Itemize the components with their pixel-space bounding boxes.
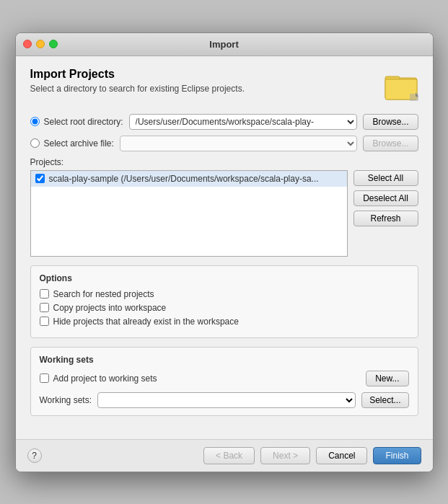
dialog-footer: ? < Back Next > Cancel Finish <box>16 439 433 472</box>
project-name: scala-play-sample (/Users/user/Documents… <box>49 174 319 184</box>
projects-buttons: Select All Deselect All Refresh <box>353 170 418 257</box>
new-working-set-button[interactable]: New... <box>366 371 408 386</box>
hide-existing-label: Hide projects that already exist in the … <box>53 317 239 327</box>
finish-button[interactable]: Finish <box>373 447 421 464</box>
hide-existing-row: Hide projects that already exist in the … <box>40 317 409 327</box>
footer-buttons: < Back Next > Cancel Finish <box>203 447 421 464</box>
dialog-heading: Import Projects <box>30 68 245 81</box>
dialog-title: Import <box>209 39 238 50</box>
add-to-working-sets-row: Add project to working sets New... <box>40 371 409 386</box>
traffic-lights <box>23 40 58 48</box>
refresh-button[interactable]: Refresh <box>353 211 418 226</box>
projects-list[interactable]: scala-play-sample (/Users/user/Documents… <box>30 170 348 257</box>
working-sets-section: Working sets Add project to working sets… <box>30 347 418 416</box>
header-text: Import Projects Select a directory to se… <box>30 68 245 94</box>
next-button[interactable]: Next > <box>260 447 310 464</box>
project-checkbox[interactable] <box>35 174 45 183</box>
import-dialog: Import Import Projects Select a director… <box>15 32 434 472</box>
hide-existing-checkbox[interactable] <box>40 317 49 326</box>
archive-file-radio[interactable] <box>30 138 40 148</box>
close-button[interactable] <box>23 40 32 48</box>
back-button[interactable]: < Back <box>203 447 255 464</box>
copy-projects-checkbox[interactable] <box>40 303 49 312</box>
select-working-set-button[interactable]: Select... <box>361 392 408 408</box>
search-nested-row: Search for nested projects <box>40 289 409 299</box>
deselect-all-button[interactable]: Deselect All <box>353 190 418 206</box>
folder-icon <box>384 68 418 102</box>
cancel-button[interactable]: Cancel <box>316 447 367 464</box>
maximize-button[interactable] <box>49 40 58 48</box>
archive-file-dropdown[interactable] <box>120 136 358 151</box>
root-directory-label: Select root directory: <box>44 117 123 127</box>
add-to-working-sets-label: Add project to working sets <box>53 373 366 384</box>
list-item[interactable]: scala-play-sample (/Users/user/Documents… <box>31 171 347 187</box>
projects-label: Projects: <box>30 157 418 167</box>
select-all-button[interactable]: Select All <box>353 170 418 186</box>
root-directory-row: Select root directory: /Users/user/Docum… <box>30 114 418 130</box>
options-title: Options <box>40 273 409 283</box>
dialog-subtitle: Select a directory to search for existin… <box>30 84 245 94</box>
working-sets-label: Working sets: <box>40 395 92 405</box>
add-to-working-sets-checkbox[interactable] <box>40 373 49 383</box>
copy-projects-row: Copy projects into workspace <box>40 303 409 313</box>
copy-projects-label: Copy projects into workspace <box>53 303 167 313</box>
archive-file-browse-button[interactable]: Browse... <box>363 136 418 151</box>
root-directory-browse-button[interactable]: Browse... <box>363 114 418 130</box>
title-bar: Import <box>16 33 433 56</box>
search-nested-checkbox[interactable] <box>40 289 49 299</box>
footer-left: ? <box>27 448 42 463</box>
archive-file-row: Select archive file: Browse... <box>30 136 418 151</box>
archive-file-label: Select archive file: <box>44 138 114 149</box>
header-section: Import Projects Select a directory to se… <box>30 68 418 102</box>
root-directory-radio[interactable] <box>30 117 40 126</box>
root-directory-dropdown[interactable]: /Users/user/Documents/workspace/scala-pl… <box>129 114 358 130</box>
working-sets-label-row: Working sets: Select... <box>40 392 409 408</box>
dialog-body: Import Projects Select a directory to se… <box>16 56 433 439</box>
search-nested-label: Search for nested projects <box>53 289 154 299</box>
options-section: Options Search for nested projects Copy … <box>30 265 418 338</box>
minimize-button[interactable] <box>36 40 45 48</box>
help-button[interactable]: ? <box>27 448 42 463</box>
working-sets-title: Working sets <box>40 355 409 365</box>
working-sets-dropdown[interactable] <box>97 392 356 408</box>
projects-area: scala-play-sample (/Users/user/Documents… <box>30 170 418 257</box>
